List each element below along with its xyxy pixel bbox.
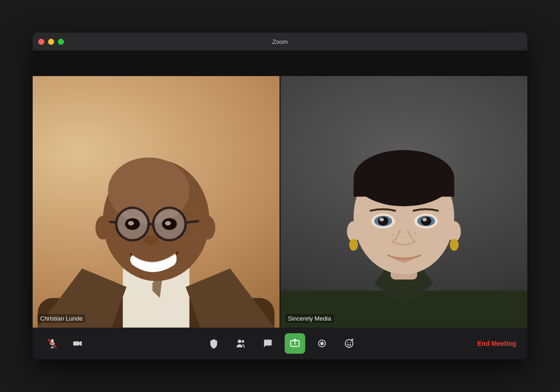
video-tile-participant-1[interactable]: Christian Lunde (33, 76, 280, 328)
svg-point-45 (421, 217, 431, 225)
traffic-lights (38, 39, 64, 45)
chat-icon (263, 338, 273, 349)
chat-button[interactable] (258, 333, 278, 354)
svg-point-38 (448, 221, 461, 242)
svg-point-49 (414, 232, 416, 235)
minimize-button[interactable] (48, 39, 54, 45)
svg-rect-25 (33, 76, 280, 328)
svg-point-62 (348, 342, 349, 343)
svg-point-56 (238, 340, 241, 343)
top-spacer (33, 50, 527, 76)
zoom-window: Zoom (33, 33, 527, 359)
svg-marker-55 (79, 341, 82, 346)
share-screen-button[interactable] (285, 333, 305, 354)
record-icon (317, 338, 327, 349)
toolbar-center (88, 333, 476, 354)
mute-button[interactable] (42, 333, 63, 354)
svg-point-48 (392, 234, 394, 236)
svg-point-60 (321, 342, 324, 345)
end-meeting-button[interactable]: End Meeting (476, 336, 518, 351)
share-screen-icon (290, 338, 300, 349)
svg-rect-35 (354, 178, 455, 197)
svg-point-57 (242, 340, 245, 343)
toolbar-right: End Meeting (476, 336, 518, 351)
microphone-muted-icon (47, 338, 57, 349)
svg-point-63 (350, 342, 351, 343)
reactions-icon (344, 338, 354, 349)
maximize-button[interactable] (58, 39, 64, 45)
video-area: Christian Lunde (33, 76, 527, 328)
svg-point-46 (379, 218, 384, 222)
svg-rect-54 (73, 341, 79, 345)
svg-point-44 (378, 217, 388, 225)
record-button[interactable] (312, 333, 332, 354)
video-tile-participant-2[interactable]: Sincerely Media (280, 76, 527, 328)
svg-point-61 (345, 340, 353, 348)
svg-point-36 (347, 221, 360, 242)
participant-1-label: Christian Lunde (37, 314, 85, 323)
svg-point-50 (405, 237, 406, 238)
participant-2-label: Sincerely Media (285, 314, 334, 323)
security-button[interactable] (203, 333, 224, 354)
toolbar-left (42, 333, 88, 354)
participants-button[interactable] (231, 333, 251, 354)
titlebar: Zoom (33, 33, 527, 50)
svg-point-39 (450, 239, 459, 251)
svg-point-37 (349, 239, 358, 251)
shield-icon (209, 338, 219, 349)
window-title: Zoom (272, 38, 287, 45)
toolbar: End Meeting (33, 328, 527, 359)
participants-icon (236, 338, 246, 349)
svg-point-47 (422, 218, 427, 222)
reactions-button[interactable] (339, 333, 359, 354)
camera-icon (72, 338, 83, 349)
close-button[interactable] (38, 39, 44, 45)
video-button[interactable] (67, 333, 88, 354)
